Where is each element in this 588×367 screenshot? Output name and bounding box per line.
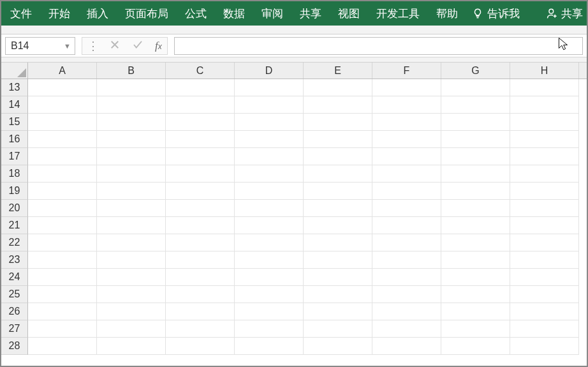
cell[interactable] <box>235 251 304 269</box>
cell[interactable] <box>441 183 510 200</box>
cell[interactable] <box>510 96 579 114</box>
cell[interactable] <box>510 79 579 96</box>
col-header-G[interactable]: G <box>441 63 510 79</box>
cell[interactable] <box>166 183 235 200</box>
cell[interactable] <box>235 96 304 114</box>
cell[interactable] <box>372 286 441 303</box>
cell[interactable] <box>304 338 372 355</box>
cell[interactable] <box>28 338 97 355</box>
cell[interactable] <box>97 303 166 320</box>
cell[interactable] <box>97 286 166 303</box>
share-button[interactable]: 共享 <box>546 6 583 21</box>
cell[interactable] <box>166 269 235 286</box>
cell[interactable] <box>166 200 235 217</box>
cell[interactable] <box>28 114 97 131</box>
cell[interactable] <box>166 303 235 320</box>
cell[interactable] <box>372 217 441 234</box>
cell[interactable] <box>372 96 441 114</box>
ribbon-tab-insert[interactable]: 插入 <box>84 4 111 24</box>
cell[interactable] <box>97 165 166 183</box>
ribbon-tab-share[interactable]: 共享 <box>297 4 324 24</box>
cell[interactable] <box>510 286 579 303</box>
col-header-B[interactable]: B <box>97 63 166 79</box>
cell[interactable] <box>166 234 235 251</box>
cell[interactable] <box>28 79 97 96</box>
row-header[interactable]: 23 <box>1 251 28 269</box>
cell[interactable] <box>235 286 304 303</box>
cell[interactable] <box>372 148 441 165</box>
cell[interactable] <box>372 269 441 286</box>
cell[interactable] <box>166 286 235 303</box>
cell[interactable] <box>304 286 372 303</box>
cell[interactable] <box>235 165 304 183</box>
cell[interactable] <box>235 303 304 320</box>
cell[interactable] <box>28 320 97 338</box>
cell[interactable] <box>304 320 372 338</box>
row-header[interactable]: 22 <box>1 234 28 251</box>
cell[interactable] <box>304 234 372 251</box>
cell[interactable] <box>304 200 372 217</box>
ribbon-tab-devtools[interactable]: 开发工具 <box>374 4 422 24</box>
col-header-H[interactable]: H <box>510 63 579 79</box>
cell[interactable] <box>304 269 372 286</box>
cell[interactable] <box>372 79 441 96</box>
cell[interactable] <box>28 286 97 303</box>
cell[interactable] <box>235 217 304 234</box>
cell[interactable] <box>304 79 372 96</box>
cell[interactable] <box>166 338 235 355</box>
row-header[interactable]: 16 <box>1 131 28 148</box>
cell[interactable] <box>441 131 510 148</box>
cell[interactable] <box>510 114 579 131</box>
cell[interactable] <box>441 269 510 286</box>
cell[interactable] <box>28 148 97 165</box>
cell[interactable] <box>28 96 97 114</box>
cell[interactable] <box>166 251 235 269</box>
row-header[interactable]: 20 <box>1 200 28 217</box>
cell[interactable] <box>166 217 235 234</box>
cell[interactable] <box>235 269 304 286</box>
cell[interactable] <box>28 234 97 251</box>
cell[interactable] <box>510 148 579 165</box>
cell[interactable] <box>372 183 441 200</box>
ribbon-tab-help[interactable]: 帮助 <box>434 4 460 24</box>
row-header[interactable]: 13 <box>1 79 28 96</box>
col-header-A[interactable]: A <box>28 63 97 79</box>
col-header-C[interactable]: C <box>166 63 235 79</box>
cell[interactable] <box>166 131 235 148</box>
row-header[interactable]: 21 <box>1 217 28 234</box>
name-box[interactable]: B14 ▼ <box>5 37 75 55</box>
row-header[interactable]: 18 <box>1 165 28 183</box>
cell[interactable] <box>28 217 97 234</box>
cell[interactable] <box>372 303 441 320</box>
ribbon-tab-layout[interactable]: 页面布局 <box>122 4 171 24</box>
cell[interactable] <box>510 200 579 217</box>
ribbon-tab-view[interactable]: 视图 <box>335 4 362 24</box>
cell[interactable] <box>28 183 97 200</box>
cell[interactable] <box>97 183 166 200</box>
cell[interactable] <box>235 183 304 200</box>
cell[interactable] <box>510 320 579 338</box>
cell[interactable] <box>97 114 166 131</box>
cell[interactable] <box>97 200 166 217</box>
enter-button[interactable] <box>132 39 143 53</box>
cell[interactable] <box>97 234 166 251</box>
cell[interactable] <box>166 96 235 114</box>
row-header[interactable]: 24 <box>1 269 28 286</box>
cell[interactable] <box>441 165 510 183</box>
ribbon-tab-home[interactable]: 开始 <box>46 4 73 24</box>
formula-bar-input[interactable] <box>174 37 583 55</box>
cell[interactable] <box>97 131 166 148</box>
cell[interactable] <box>372 251 441 269</box>
cell[interactable] <box>28 200 97 217</box>
row-header[interactable]: 28 <box>1 338 28 355</box>
cell[interactable] <box>441 303 510 320</box>
cell[interactable] <box>372 338 441 355</box>
cell[interactable] <box>510 303 579 320</box>
cell[interactable] <box>372 131 441 148</box>
cell[interactable] <box>166 165 235 183</box>
cell[interactable] <box>372 200 441 217</box>
cell[interactable] <box>304 251 372 269</box>
cell[interactable] <box>510 269 579 286</box>
cell[interactable] <box>372 234 441 251</box>
cell[interactable] <box>235 131 304 148</box>
